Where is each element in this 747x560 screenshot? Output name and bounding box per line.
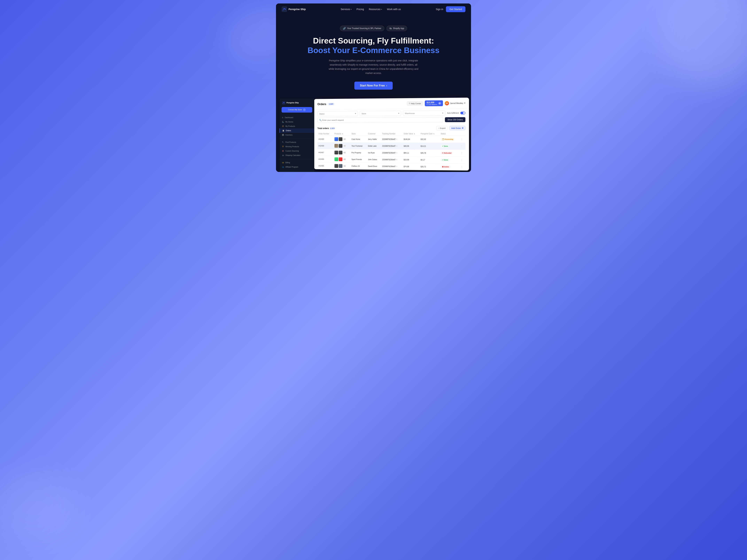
sidebar-item-find-products[interactable]: 🔍 Find Products — [280, 140, 314, 144]
export-button[interactable]: ↑ Export — [436, 126, 447, 130]
copy-icon[interactable]: ⎘ — [396, 145, 397, 147]
connect-store-button[interactable]: Connect My Store › — [282, 107, 312, 113]
orders-panel: Orders 1,523 ? Help Center $13,500 — [314, 98, 469, 170]
background: Peregrine Ship Services ▾ Pricing Resour… — [0, 0, 747, 560]
customer-cell: David Elson — [367, 163, 381, 169]
product-count: +2 — [343, 145, 346, 147]
orders-header: Orders 1,523 ? Help Center $13,500 — [314, 98, 469, 109]
filter-chevron-icon: ▾ — [398, 112, 399, 114]
show-orders-button[interactable]: Show 150 Orders — [445, 117, 465, 122]
copy-icon[interactable]: ⎘ — [396, 152, 397, 154]
logo-text: Peregrine Ship — [288, 8, 306, 10]
badge-shopify: 🛍 Shopify App — [386, 26, 407, 31]
get-started-button[interactable]: Get Started — [446, 6, 465, 12]
status-icon: 🗑 — [442, 166, 443, 167]
sidebar-item-shipping-calculator[interactable]: 🚢 Shipping Calculator — [280, 153, 314, 158]
row-more-cell[interactable]: ⋮ — [460, 156, 465, 163]
store-cell: Sport Friends — [351, 156, 367, 163]
product-count: +2 — [343, 165, 346, 167]
navbar: Peregrine Ship Services ▾ Pricing Resour… — [276, 3, 471, 15]
search-wrapper: 🔍 — [317, 117, 443, 123]
start-now-button[interactable]: Start Now For Free › — [354, 82, 393, 90]
table-row[interactable]: #42469 +2 Cute Home Jerry Halfer 2326887… — [317, 136, 465, 143]
sidebar-item-my-stores[interactable]: 🏪 My Stores — [280, 120, 314, 124]
product-thumbnail — [339, 151, 342, 154]
peregrine-cost-cell: $14,21 — [419, 142, 439, 150]
row-more-cell[interactable]: ⋮ — [460, 136, 465, 143]
col-products: Products ⇅ — [333, 132, 351, 136]
hero-section: 🔗 Your Trusted Sourcing & 3PL Partner 🛍 … — [276, 15, 471, 98]
table-row[interactable]: #42467 +2 Pro Property Iva Ryan 23268876… — [317, 149, 465, 156]
search-icon: 🔍 — [319, 119, 321, 121]
copy-icon[interactable]: ⎘ — [396, 165, 397, 167]
nav-pricing[interactable]: Pricing — [356, 8, 364, 10]
peregrine-cost-cell: $35,78 — [419, 150, 439, 156]
copy-icon[interactable]: ⎘ — [396, 159, 397, 160]
arrow-right-icon: › — [386, 84, 387, 87]
balance-button[interactable]: $13,500 In Your Balance + — [425, 100, 443, 106]
table-row[interactable]: #42465 +2 Clothes 24 David Elson 2326887… — [317, 162, 465, 170]
status-filter[interactable]: Status ▾ — [317, 111, 358, 116]
auto-fulfill-toggle[interactable] — [460, 111, 465, 114]
table-toolbar: Total orders 1,523 ↑ Export Add Order — [317, 124, 465, 132]
row-more-cell[interactable]: ⋮ — [460, 143, 465, 150]
sidebar-item-inventory[interactable]: 📊 Inventory — [280, 133, 314, 137]
sidebar-item-dashboard[interactable]: ⊞ Dashboard — [280, 115, 314, 120]
user-chevron-icon: ▾ — [464, 102, 465, 104]
row-more-cell[interactable]: ⋮ — [460, 150, 465, 157]
status-cell: ⏳ Processing — [440, 136, 460, 143]
copy-icon[interactable]: ⎘ — [396, 138, 397, 140]
sidebar-item-winning-products[interactable]: 🏆 Winning Products — [280, 144, 314, 149]
table-row[interactable]: #42466 +2 Sport Friends John Dukes 23268… — [317, 156, 465, 163]
products-cell: +2 — [333, 163, 351, 169]
dashboard-icon: ⊞ — [282, 116, 283, 118]
store-filter[interactable]: Store ▾ — [360, 111, 401, 116]
peregrine-cost-cell: $4,17 — [419, 156, 439, 163]
orders-header-right: ? Help Center $13,500 In Your Balance + — [407, 100, 465, 106]
hero-subtitle: Peregrine Ship simplifies your e-commerc… — [328, 59, 419, 75]
billing-icon: 💳 — [282, 162, 284, 164]
sidebar-item-custom-sourcing[interactable]: 🎯 Custom Sourcing — [280, 149, 314, 153]
status-icon: ⏳ — [442, 138, 444, 140]
table-row-active[interactable]: #42468 +2 Your Footwear Eddie Lake 23268… — [317, 142, 465, 150]
filter-chevron-icon: ▾ — [442, 112, 443, 114]
nav-services[interactable]: Services ▾ — [341, 8, 352, 10]
sidebar-item-affiliate[interactable]: 👥 Affiliate Program — [280, 165, 314, 169]
total-orders-label: Total orders 1,523 — [317, 127, 335, 130]
sidebar-item-billing[interactable]: 💳 Billing — [280, 160, 314, 165]
order-number-cell: #42469 — [317, 136, 333, 142]
nav-resources[interactable]: Resources ▾ — [369, 8, 382, 10]
orders-table: Order Number Products ⇅ Store — [317, 132, 465, 170]
table-actions: ↑ Export Add Order ⊕ — [436, 126, 465, 130]
sidebar-item-my-products[interactable]: 📦 My Products — [280, 124, 314, 128]
products-icon: 📦 — [282, 125, 284, 127]
status-icon: ✕ — [442, 152, 443, 154]
product-thumbnail — [339, 157, 342, 161]
product-count: +2 — [343, 138, 346, 140]
status-cell: 🗑 Delete — [440, 163, 460, 170]
sort-icon: ⇅ — [414, 133, 415, 135]
sidebar-item-orders[interactable]: 📋 Orders — [280, 128, 314, 133]
sign-in-button[interactable]: Sign in — [436, 8, 443, 10]
help-center-button[interactable]: ? Help Center — [407, 101, 423, 106]
col-tracking: Tracking Number — [381, 132, 403, 136]
sort-icon: ⇅ — [342, 133, 343, 135]
search-input[interactable] — [317, 117, 443, 123]
orders-count-badge: 1,523 — [328, 103, 335, 105]
row-more-cell[interactable]: ⋮ — [460, 163, 465, 170]
filters-row: Status ▾ Store ▾ Warehouse ▾ Auto fulf — [314, 109, 469, 116]
affiliate-icon: 👥 — [282, 166, 284, 168]
user-menu-button[interactable]: JW Jarrod Westley ▾ — [445, 101, 465, 105]
products-cell: +2 — [333, 136, 351, 142]
nav-work-with-us[interactable]: Work with us — [387, 8, 401, 10]
bg-blur-1 — [660, 0, 747, 87]
add-order-button[interactable]: Add Order ⊕ — [449, 126, 465, 130]
warehouse-filter[interactable]: Warehouse ▾ — [403, 110, 445, 116]
search-row: 🔍 Show 150 Orders — [314, 115, 469, 124]
inventory-icon: 📊 — [282, 134, 284, 136]
product-count: +2 — [343, 152, 346, 154]
chevron-down-icon: ▾ — [351, 8, 352, 10]
shopify-icon: 🛍 — [389, 27, 392, 30]
order-number-cell: #42465 — [317, 162, 333, 169]
customer-cell: Jerry Halfer — [367, 136, 381, 142]
